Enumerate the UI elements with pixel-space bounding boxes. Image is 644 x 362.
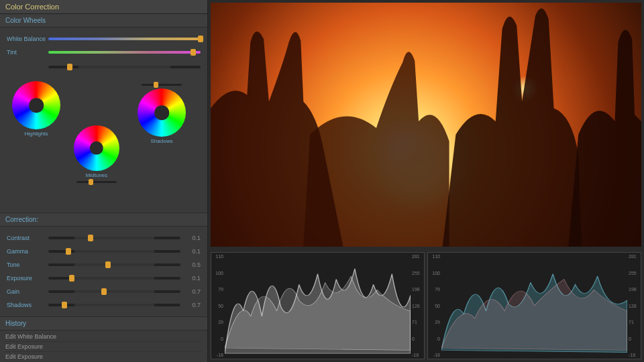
color-wheels-title: Color Wheels [0,14,207,27]
panel-title: Color Correction [0,0,207,14]
shadows-label: Shadows [138,138,186,144]
tick-label: 281 [629,254,639,259]
tick-label: 0 [213,337,223,341]
tick-label: 50 [213,304,223,308]
exposure-value: 0.1 [184,275,201,282]
video-preview[interactable] [211,3,641,247]
contrast-thumb[interactable] [88,235,93,241]
correction-title: Correction: [0,213,207,227]
shadows-wheel[interactable] [138,88,186,137]
gamma-value: 0.1 [184,248,201,255]
white-balance-label: White Balance [7,36,48,42]
tick-label: 110 [429,254,440,259]
tick-label: 50 [429,304,440,308]
midtones-intensity-slider[interactable] [76,181,117,183]
tick-label: 198 [629,287,639,292]
history-list: Edit White BalanceEdit ExposureEdit Expo… [0,330,207,362]
contrast-slider[interactable] [48,237,180,239]
gain-label: Gain [7,288,48,295]
history-item[interactable]: Edit White Balance [5,332,202,342]
gain-value: 0.7 [184,288,201,295]
tick-label: 255 [412,271,423,276]
gamma-label: Gamma [7,248,48,255]
gamma-slider[interactable] [48,250,180,253]
tick-label: 281 [412,254,423,259]
highlights-wheel[interactable] [12,81,60,129]
luma-waveform-scope[interactable]: 1101007950290-18 281255198128710-18 [211,252,425,359]
tick-label: -18 [213,353,223,357]
tick-label: 0 [629,337,639,341]
secondary-thumb[interactable] [67,64,72,70]
tick-label: 0 [429,337,440,341]
tick-label: 100 [429,271,440,276]
tick-label: 198 [412,287,423,292]
right-pane: 1101007950290-18 281255198128710-18 1101… [208,0,644,362]
shadows-value: 0.7 [184,302,201,308]
white-balance-slider[interactable] [48,38,201,40]
tick-label: 71 [629,320,639,324]
tint-slider[interactable] [48,51,201,54]
midtones-label: Midtones [74,172,119,178]
tick-label: 79 [213,287,223,292]
shadows-label: Shadows [7,302,48,308]
midtones-wheel[interactable] [74,125,119,171]
contrast-label: Contrast [7,235,48,241]
tint-label: Tint [7,49,48,56]
secondary-slider[interactable] [48,66,201,68]
history-title: History [0,317,207,330]
slider-thumb[interactable] [154,82,158,88]
luma-waveform [225,253,411,359]
tick-label: 29 [213,320,223,324]
tick-label: 255 [629,271,639,276]
scopes-area: 1101007950290-18 281255198128710-18 1101… [208,249,644,362]
tick-label: 79 [429,287,440,292]
rgb-waveform [441,253,627,359]
preview-silhouettes [211,3,641,247]
scope-ticks-right: 281255198128710-18 [627,253,641,359]
correction-section: Contrast0.1Gamma0.1Tone0.5Exposure0.1Gai… [0,227,207,317]
tick-label: 110 [213,254,223,259]
history-item[interactable]: Edit Exposure [5,342,202,352]
contrast-value: 0.1 [184,235,201,241]
scope-ticks-left: 1101007950290-18 [428,253,441,359]
tone-label: Tone [7,261,48,268]
scope-ticks-right: 281255198128710-18 [411,253,424,359]
rgb-parade-scope[interactable]: 1101007950290-18 281255198128710-18 [427,252,641,359]
tick-label: 71 [412,320,423,324]
exposure-label: Exposure [7,275,48,282]
color-correction-panel: Color Correction Color Wheels White Bala… [0,0,208,362]
tone-slider[interactable] [48,263,180,266]
shadows-intensity-slider[interactable] [142,84,182,86]
exposure-slider[interactable] [48,277,180,280]
tint-thumb[interactable] [191,49,196,56]
tick-label: -18 [412,353,423,357]
shadows-slider[interactable] [48,304,180,306]
exposure-thumb[interactable] [69,275,74,282]
history-item[interactable]: Edit Exposure [5,352,202,362]
tick-label: 0 [412,337,423,341]
slider-thumb[interactable] [89,179,93,185]
gain-thumb[interactable] [101,288,107,295]
scope-ticks-left: 1101007950290-18 [211,253,225,359]
tone-thumb[interactable] [105,261,111,268]
shadows-thumb[interactable] [62,302,67,308]
tone-value: 0.5 [184,261,201,268]
tick-label: 128 [629,304,639,308]
color-wheels-section: White Balance Tint Highlights [0,27,207,213]
tick-label: 100 [213,271,223,276]
highlights-label: Highlights [12,131,60,137]
white-balance-thumb[interactable] [198,36,203,42]
tick-label: 128 [412,304,423,308]
gain-slider[interactable] [48,290,180,293]
tick-label: -18 [429,353,440,357]
tick-label: -18 [629,353,639,357]
gamma-thumb[interactable] [66,248,71,255]
tick-label: 29 [429,320,440,324]
